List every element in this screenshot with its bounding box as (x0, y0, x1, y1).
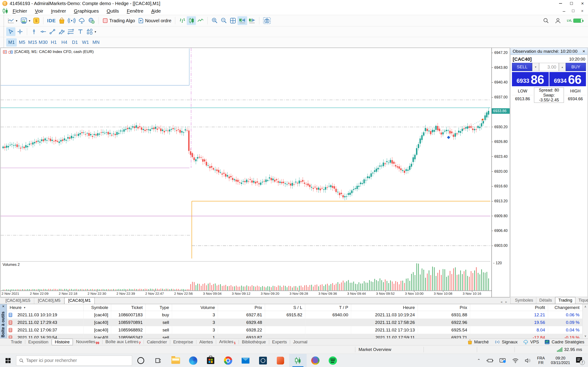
tile-windows-button[interactable] (228, 16, 237, 25)
history-table[interactable]: Heure▼SymboleTicketTypeVolumePrixS / LT … (7, 304, 582, 338)
toolbox-tab-calendrier[interactable]: Calendrier (144, 339, 170, 345)
minimize-button[interactable] (555, 0, 566, 7)
volume-input[interactable] (539, 63, 559, 71)
market-watch-tab-tiques[interactable]: Tiques (575, 297, 588, 304)
signals-button[interactable] (66, 16, 77, 25)
bid-price[interactable]: 6933 86 (512, 72, 549, 86)
candles-style-button[interactable] (187, 16, 196, 25)
close-icon[interactable]: ✕ (2, 305, 5, 308)
timeframe-mn[interactable]: MN (91, 38, 101, 47)
buy-button[interactable]: BUY (566, 63, 586, 71)
display-sync-icon[interactable] (499, 358, 506, 363)
scroll-up-icon[interactable]: ∧ (584, 305, 587, 308)
chart-window[interactable]: [CAC40], M1: CAC40 Index CFD, cash (EUR)… (0, 48, 510, 297)
market-watch-tab-symboles[interactable]: Symboles (512, 297, 536, 304)
menu-voir[interactable]: Voir (31, 8, 47, 14)
volume-increase-button[interactable]: ▴ (559, 63, 566, 71)
toolbox-tab-bibliotheque[interactable]: Bibliothèque (239, 339, 269, 345)
tab-scroll-left-icon[interactable]: ◂ (501, 300, 502, 304)
chart-tab[interactable]: [CAC40],M5 (34, 298, 64, 304)
metaeditor-ide-button[interactable]: IDE (46, 16, 57, 25)
dell-app-icon[interactable] (254, 354, 272, 367)
search-input[interactable] (26, 358, 129, 363)
zoom-in-button[interactable] (210, 16, 219, 25)
close-icon[interactable]: ✕ (582, 49, 585, 53)
objects-button[interactable]: ▾ (19, 16, 32, 25)
toolbox-tab-boiteauxlettres[interactable]: Boîte aux Lettres7 (103, 339, 144, 345)
service-vps[interactable]: VPS (523, 340, 539, 344)
column-header[interactable]: Prix (218, 304, 265, 311)
toolbox-tab-articles[interactable]: Articles1 (216, 339, 239, 345)
volume-decrease-button[interactable]: ▾ (532, 63, 539, 71)
spotify-icon[interactable] (324, 354, 342, 367)
market-button[interactable] (57, 16, 66, 25)
clock[interactable]: 09:20 03/11/2021 (551, 356, 570, 365)
timeframe-h1[interactable]: H1 (48, 38, 59, 47)
column-header[interactable]: T / P (305, 304, 351, 311)
metatrader-taskbar-icon[interactable] (289, 354, 307, 367)
bar-chart-style-button[interactable] (178, 16, 187, 25)
battery-icon[interactable] (486, 358, 493, 363)
cortana-icon[interactable] (132, 354, 149, 367)
chart-shift-button[interactable] (247, 16, 257, 25)
column-header[interactable]: Type (146, 304, 172, 311)
toolbox-tab-nouvelles[interactable]: Nouvelles99 (73, 339, 102, 345)
ask-price[interactable]: 6934 66 (549, 72, 586, 86)
account-icon[interactable] (555, 18, 561, 24)
edge-icon[interactable] (184, 354, 202, 367)
toolbox-tab-experts[interactable]: Experts (269, 339, 290, 345)
file-explorer-icon[interactable] (167, 354, 184, 367)
text-tool-button[interactable] (76, 27, 85, 36)
table-row[interactable]: 2021.11.02 17:29:43[cac40]1085970891sell… (7, 319, 582, 326)
toolbar-grip[interactable] (3, 37, 4, 48)
volume-icon[interactable] (525, 358, 531, 363)
language-indicator[interactable]: FRA FR (537, 356, 545, 365)
table-row[interactable]: 2021.11.03 10:10:19[cac40]1086007183buy3… (7, 311, 582, 319)
service-marche[interactable]: Marché (467, 340, 489, 344)
menu-inserer[interactable]: Insérer (47, 8, 70, 14)
line-style-button[interactable] (196, 16, 205, 25)
column-header[interactable]: Profit (470, 304, 548, 311)
screenshot-button[interactable] (262, 16, 272, 25)
child-restore-button[interactable] (571, 9, 576, 13)
indicators-button[interactable]: ▾ (6, 16, 19, 25)
menu-outils[interactable]: Outils (103, 8, 123, 14)
menu-graphiques[interactable]: Graphiques (70, 8, 103, 14)
office-icon[interactable] (272, 354, 289, 367)
column-header[interactable]: Symbole (84, 304, 111, 311)
market-watch-tab-trading[interactable]: Trading (555, 297, 575, 304)
close-button[interactable]: ✕ (577, 0, 588, 7)
search-icon[interactable] (543, 18, 549, 24)
cursor-tool-button[interactable] (6, 27, 15, 36)
trading-algo-button[interactable]: Trading Algo (101, 16, 137, 25)
auto-scroll-button[interactable] (237, 16, 247, 25)
time-axis[interactable]: 2 Nov 20212 Nov 22:092 Nov 22:182 Nov 22… (1, 291, 492, 297)
timeframe-d1[interactable]: D1 (69, 38, 80, 47)
price-axis[interactable]: 6933.86 120 6947.206943.806940.406937.00… (492, 48, 510, 297)
chart-tab[interactable]: [CAC40],M1 (64, 297, 95, 304)
taskbar-search[interactable] (16, 356, 132, 366)
microsoft-store-icon[interactable] (202, 354, 219, 367)
notification-center[interactable]: 7 (576, 357, 584, 364)
add-account-button[interactable] (86, 16, 96, 25)
column-header[interactable]: Changement (548, 304, 582, 311)
new-order-button[interactable]: Nouvel ordre (137, 16, 173, 25)
zoom-out-button[interactable] (219, 16, 228, 25)
vertical-line-tool-button[interactable] (29, 27, 39, 36)
profile-app-icon[interactable] (307, 354, 324, 367)
service-signaux[interactable]: Signaux (494, 340, 518, 344)
fibonacci-tool-button[interactable] (66, 27, 76, 36)
price-chart[interactable] (1, 48, 490, 261)
column-header[interactable]: Heure▼ (7, 304, 84, 311)
toolbox-tab-trade[interactable]: Trade (8, 339, 25, 345)
vps-cloud-button[interactable] (77, 16, 86, 25)
chrome-icon[interactable] (219, 354, 237, 367)
timeframe-w1[interactable]: W1 (80, 38, 91, 47)
trendline-tool-button[interactable] (48, 27, 57, 36)
toolbar-grip[interactable] (3, 15, 4, 26)
timeframe-m5[interactable]: M5 (17, 38, 27, 47)
horizontal-line-tool-button[interactable] (39, 27, 48, 36)
connection-level[interactable]: LVL (567, 19, 582, 23)
toolbar-grip[interactable] (3, 26, 4, 37)
market-watch-tab-details[interactable]: Détails (536, 297, 555, 304)
